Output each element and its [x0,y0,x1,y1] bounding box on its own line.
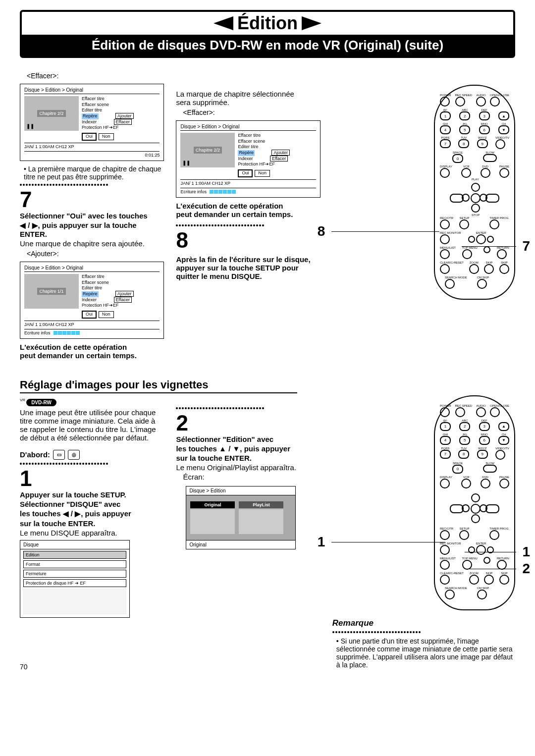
menu-item: Effacer scene [82,102,135,108]
chapter-badge: Chapitre 2/2 [37,110,65,117]
play-button [471,183,480,192]
nav-right [487,236,494,243]
write-label: Ecriture infos [24,330,51,335]
nav-left [468,236,475,243]
step-number-8: 8 [176,229,320,251]
timerprog-button [489,219,499,229]
key-1: 1 [440,111,451,120]
slow-button [483,154,497,162]
callout-8: 8 [318,223,325,239]
bullet-note: • La première marque de chapitre de chaq… [24,165,164,181]
menu-item-selected: Repère [82,113,99,119]
disc-icon: ◎ [68,450,80,460]
chapter-badge: Chapitre 2/2 [194,147,222,154]
text: La marque de chapitre sélectionnée [176,90,294,98]
card-playlist: PlayList [239,501,283,508]
remote-control-diagram-2: POWER REC SPEED AUDIO OPEN/CLOSE @/:1 AB… [434,395,515,610]
menu-item: Protection HF➔EF [82,125,135,131]
dvdrw-badge: DVD-RW [26,399,56,406]
callout-line [465,552,516,552]
key-4: 4 [440,125,451,134]
disque-menu: Disque Edition Format Fermeture Protecti… [20,540,130,618]
disque-item: Format [23,560,126,568]
clear-button [440,575,450,585]
warning-note: L'exécution de cette opérationpeut deman… [176,202,320,218]
skip2-button [499,575,509,585]
submenu-item: Effacer [270,156,288,162]
video-preview: Chapitre 2/2 ❚❚ [24,96,79,131]
callout-line [331,542,445,542]
remarque-text: • Si une partie d'un titre est supprimée… [336,637,515,669]
s2-col-right: POWER REC SPEED AUDIO OPEN/CLOSE @/:1 AB… [332,395,515,669]
key-9: 9 [477,139,488,148]
step1-c: les touches ◀ / ▶, puis appuyer [20,509,164,518]
disque-item: Protection de disque HF ➔ EF [23,579,126,587]
enter-button [476,545,486,555]
center-button [471,193,481,203]
nav-down [483,557,490,564]
recspeed-button [455,407,465,417]
key-0: 0 [452,465,463,474]
transport-cross: PLAY STOP [450,180,499,215]
remarque-heading: Remarque [332,618,515,628]
step1-b: Sélectionner "DISQUE" avec [20,500,164,508]
key-8: 8 [458,450,469,459]
divider-dots [176,407,320,409]
pause-icon: ❚❚ [182,160,190,165]
video-preview: Chapitre 2/2 ❚❚ [180,133,235,167]
step2-a: Sélectionner "Edition" avec [176,435,320,443]
display-button [440,168,450,178]
step2-d: Le menu Original/Playlist apparaîtra. [176,463,320,472]
column-right: POWER REC SPEED AUDIO OPEN/CLOSE @/:1 AB… [332,70,515,364]
vcr-button [461,479,471,488]
key-1: 1 [440,422,451,431]
breadcrumb: Disque > Edition > Original [24,265,160,272]
skip-b-button [462,504,470,512]
power-button [440,407,450,417]
callout-line [462,246,516,247]
breadcrumb: Disque > Edition > Original [180,124,316,131]
cmskip-button [477,279,487,289]
s2-col-middle: 2 Sélectionner "Edition" avec les touche… [176,395,320,669]
submenu-item: Ajouter [115,291,134,297]
callout-line [331,231,439,232]
intro-text: Une image peut être utilisée pour chaque… [20,408,164,442]
menu-item-selected: Repère [82,291,99,297]
osd-footer-left: JAN/ 1 1:00AM CH12 XP [180,181,230,186]
btn-oui: Oui [82,133,97,141]
submenu-item: Effacer [114,297,132,303]
remote-icon: ▭ [53,450,65,460]
key-6: 6 [479,125,490,134]
osd-menu: Effacer titre Effacer scene Editer titre… [238,133,291,177]
ff-button [485,504,499,513]
submenu-item: Ajouter [115,113,134,119]
vr-label: VR [20,398,25,402]
osd-menu: Effacer titre Effacer scene Editer titre… [82,274,135,319]
menu-item-selected: Repère [238,150,255,156]
audio-button [476,407,486,417]
label-effacer: <Effacer>: [183,108,320,116]
menu-item: Protection HF➔EF [82,303,135,309]
vcr-button [461,168,471,178]
enter-button [476,234,486,244]
breadcrumb: Disque > Edition > Original [24,87,160,94]
btn-oui: Oui [82,311,97,319]
step2-e: Écran: [183,473,320,481]
page-number: 70 [20,663,28,671]
btn-non: Non [255,170,270,177]
menu-item: Effacer titre [82,274,135,280]
key-chdn: ▼ [498,125,509,134]
return-button [497,249,507,259]
skip-b-button [462,194,470,202]
disque-header: Disque [20,540,129,549]
callout-1-right: 1 [522,544,530,560]
thumb-playlist [239,509,283,534]
menu-item: Indexer [238,156,253,161]
skip-button [484,575,494,585]
key-2: 2 [459,422,470,431]
callout-2-right: 2 [522,561,530,577]
submenu-item: Ajouter [271,150,290,156]
audio-label: AUDIO [476,94,486,97]
search-button [445,590,455,599]
pause-icon: ❚❚ [26,123,34,129]
